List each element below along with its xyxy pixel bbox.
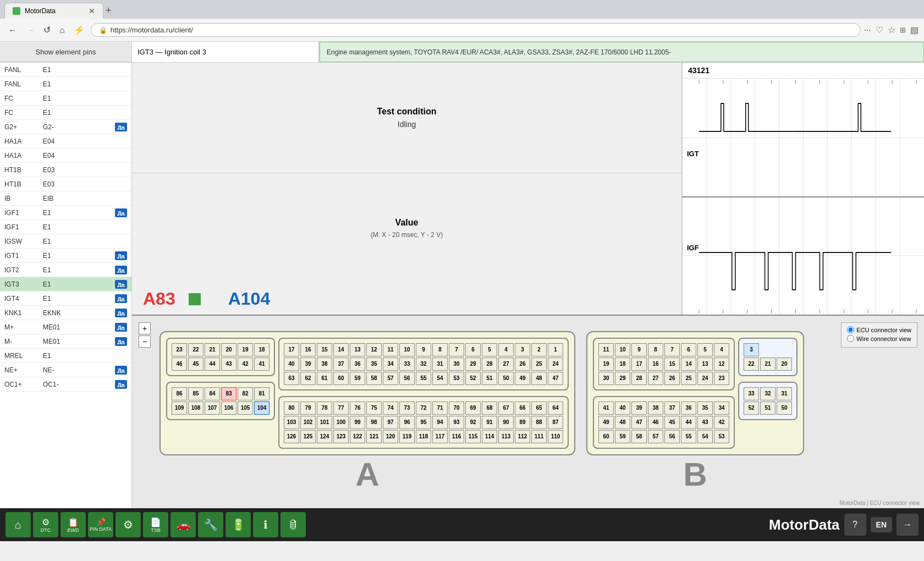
pin-cell[interactable]: 6: [681, 343, 696, 356]
motordata-tab[interactable]: MotorData ✕: [4, 3, 103, 19]
info-icon-btn[interactable]: ℹ: [253, 512, 278, 537]
pin-cell[interactable]: 117: [432, 430, 448, 443]
pin-cell[interactable]: 49: [515, 372, 530, 385]
pin-cell[interactable]: 16: [648, 358, 663, 371]
pin-cell[interactable]: 70: [449, 402, 464, 415]
pin-cell[interactable]: 16: [300, 343, 316, 356]
pin-cell[interactable]: 101: [317, 416, 332, 429]
sidebar-item[interactable]: G2+G2-: [0, 120, 131, 134]
pin-cell[interactable]: 35: [697, 402, 713, 415]
ecu-view-radio[interactable]: [847, 326, 854, 333]
pin-cell[interactable]: 68: [482, 402, 497, 415]
pin-cell[interactable]: 81: [254, 387, 270, 400]
pin-cell[interactable]: 22: [188, 343, 204, 356]
tab-close-button[interactable]: ✕: [89, 7, 95, 15]
pin-cell[interactable]: 36: [350, 358, 365, 371]
pin-cell[interactable]: 121: [366, 430, 382, 443]
pin-cell[interactable]: 91: [482, 416, 497, 429]
sidebar-item[interactable]: KNK1EKNK: [0, 306, 131, 320]
pin-cell[interactable]: 15: [317, 343, 332, 356]
battery-icon-btn[interactable]: 🔋: [226, 512, 251, 537]
pin-cell[interactable]: 5: [482, 343, 497, 356]
pin-cell[interactable]: 87: [548, 416, 563, 429]
home-icon-btn[interactable]: ⌂: [6, 512, 31, 537]
pin-cell[interactable]: 35: [366, 358, 382, 371]
pin-cell[interactable]: 112: [515, 430, 530, 443]
pin-cell[interactable]: 93: [449, 416, 464, 429]
pin-cell[interactable]: 25: [531, 358, 547, 371]
pin-cell[interactable]: 32: [760, 387, 776, 400]
sidebar-item[interactable]: IGT1E1: [0, 249, 131, 263]
pin-cell[interactable]: 33: [744, 387, 759, 400]
pin-cell[interactable]: 47: [548, 372, 563, 385]
pin-cell[interactable]: 17: [284, 343, 299, 356]
pin-cell[interactable]: 52: [744, 402, 759, 415]
pin-cell[interactable]: 9: [631, 343, 647, 356]
sidebar-item[interactable]: HT1BE03: [0, 177, 131, 191]
pin-cell[interactable]: 109: [172, 402, 187, 415]
pin-cell[interactable]: 3: [515, 343, 530, 356]
pin-cell[interactable]: 60: [333, 372, 349, 385]
pin-cell[interactable]: 11: [383, 343, 398, 356]
pin-cell[interactable]: 13: [350, 343, 365, 356]
pin-cell[interactable]: 62: [300, 372, 316, 385]
pin-cell[interactable]: 56: [399, 372, 415, 385]
pin-cell[interactable]: 120: [383, 430, 398, 443]
pin-cell[interactable]: 18: [254, 343, 270, 356]
pin-cell[interactable]: 48: [615, 416, 630, 429]
pin-cell[interactable]: 88: [531, 416, 547, 429]
pin-cell[interactable]: 115: [465, 430, 481, 443]
pin-cell[interactable]: 20: [777, 358, 792, 371]
pin-cell[interactable]: 119: [399, 430, 415, 443]
pin-cell[interactable]: 60: [598, 430, 614, 443]
pin-cell[interactable]: 52: [465, 372, 481, 385]
pin-cell[interactable]: 10: [399, 343, 415, 356]
pin-cell[interactable]: 17: [631, 358, 647, 371]
pin-cell[interactable]: 53: [714, 430, 729, 443]
pin-cell[interactable]: 39: [300, 358, 316, 371]
signal-selector[interactable]: IGT3 — Ignition coil 3: [132, 42, 319, 62]
pin-cell[interactable]: 23: [172, 343, 187, 356]
wire-view-option[interactable]: Wire connector view: [847, 335, 911, 342]
pin-cell[interactable]: 73: [399, 402, 415, 415]
pin-cell[interactable]: 21: [760, 358, 776, 371]
pin-cell[interactable]: 85: [188, 387, 204, 400]
pin-cell[interactable]: 45: [664, 416, 680, 429]
pin-cell[interactable]: 55: [416, 372, 431, 385]
home-button[interactable]: ⌂: [57, 24, 68, 36]
refresh-button[interactable]: ↺: [41, 24, 53, 36]
pin-cell[interactable]: 69: [465, 402, 481, 415]
pin-cell[interactable]: 108: [188, 402, 204, 415]
pin-cell[interactable]: 31: [777, 387, 792, 400]
pin-cell[interactable]: 57: [383, 372, 398, 385]
pin-cell[interactable]: 82: [238, 387, 253, 400]
pin-cell[interactable]: 57: [648, 430, 663, 443]
pin-cell[interactable]: 26: [515, 358, 530, 371]
pin-cell[interactable]: 104: [254, 402, 270, 415]
car-icon-btn[interactable]: 🚗: [170, 512, 196, 537]
oil-icon-btn[interactable]: 🛢: [280, 512, 306, 537]
pin-cell[interactable]: 98: [366, 416, 382, 429]
sidebar-item[interactable]: IGT3E1: [0, 277, 131, 292]
help-button[interactable]: ?: [844, 514, 866, 536]
pin-cell[interactable]: 45: [188, 358, 204, 371]
pin-cell[interactable]: 4: [714, 343, 729, 356]
pin-cell[interactable]: 50: [498, 372, 514, 385]
pin-cell[interactable]: 9: [416, 343, 431, 356]
pin-cell[interactable]: 7: [449, 343, 464, 356]
pin-cell[interactable]: 44: [205, 358, 220, 371]
pin-cell[interactable]: 5: [697, 343, 713, 356]
pin-cell[interactable]: 75: [366, 402, 382, 415]
sidebar-item[interactable]: HA1AE04: [0, 148, 131, 163]
pin-data-icon-btn[interactable]: 📌 PIN DATA: [88, 512, 113, 537]
chart-icon[interactable]: [115, 380, 127, 389]
pin-cell[interactable]: 58: [631, 430, 647, 443]
pin-cell[interactable]: 38: [648, 402, 663, 415]
pin-cell[interactable]: 89: [515, 416, 530, 429]
pin-cell[interactable]: 48: [531, 372, 547, 385]
pin-cell[interactable]: 76: [350, 402, 365, 415]
sidebar-item[interactable]: IGT4E1: [0, 292, 131, 306]
pin-cell[interactable]: 37: [664, 402, 680, 415]
pin-cell[interactable]: 113: [498, 430, 514, 443]
pin-cell[interactable]: 40: [615, 402, 630, 415]
